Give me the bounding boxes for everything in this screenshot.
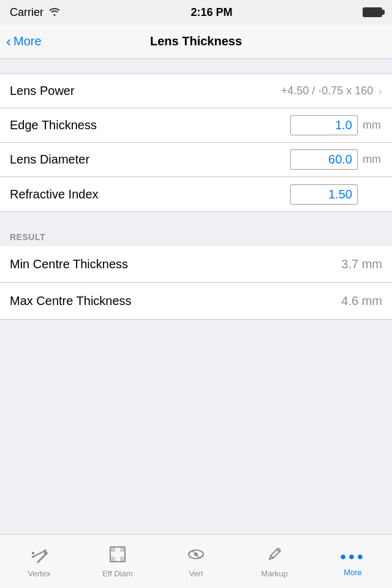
lens-power-value: +4.50 / -0.75 x 160 <box>281 85 374 97</box>
result-header-label: RESULT <box>10 232 45 242</box>
markup-icon <box>265 545 284 567</box>
svg-rect-10 <box>120 557 125 562</box>
tab-eff-diam[interactable]: Eff Diam <box>78 535 157 588</box>
lens-diameter-unit: mm <box>363 153 382 166</box>
tab-more[interactable]: ••• More <box>314 535 392 588</box>
nav-bar: ‹ More Lens Thickness <box>0 24 392 59</box>
status-bar: Carrier 2:16 PM <box>0 0 392 24</box>
lens-power-label: Lens Power <box>10 84 281 98</box>
wifi-icon <box>48 6 61 19</box>
time-label: 2:16 PM <box>190 6 232 18</box>
tab-markup[interactable]: Markup <box>235 535 314 588</box>
lens-diameter-row: Lens Diameter mm <box>0 143 392 177</box>
more-dots-icon: ••• <box>340 546 365 565</box>
eff-diam-icon <box>108 545 127 567</box>
edge-thickness-input[interactable] <box>290 115 358 135</box>
svg-rect-8 <box>120 547 125 552</box>
lens-power-row[interactable]: Lens Power +4.50 / -0.75 x 160 › <box>0 74 392 108</box>
svg-rect-7 <box>110 547 115 552</box>
svg-point-4 <box>32 556 34 558</box>
edge-thickness-unit: mm <box>363 119 382 132</box>
svg-rect-2 <box>44 552 47 554</box>
back-chevron-icon: ‹ <box>6 33 11 50</box>
refractive-index-row: Refractive Index <box>0 177 392 211</box>
vert-icon <box>186 545 206 567</box>
min-centre-thickness-row: Min Centre Thickness 3.7 mm <box>0 246 392 283</box>
result-header: RESULT <box>0 227 392 246</box>
lens-diameter-label: Lens Diameter <box>10 153 290 167</box>
inputs-section: Lens Power +4.50 / -0.75 x 160 › Edge Th… <box>0 74 392 212</box>
tab-bar: Vertex Eff Diam Vert <box>0 534 392 588</box>
max-centre-thickness-row: Max Centre Thickness 4.6 mm <box>0 283 392 320</box>
carrier-label: Carrier <box>10 6 43 19</box>
refractive-index-label: Refractive Index <box>10 187 290 202</box>
more-label: More <box>344 568 362 577</box>
result-section: RESULT Min Centre Thickness 3.7 mm Max C… <box>0 227 392 320</box>
back-button[interactable]: ‹ More <box>6 33 42 50</box>
vertex-label: Vertex <box>28 569 51 578</box>
tab-vertex[interactable]: Vertex <box>0 535 78 588</box>
max-centre-thickness-label: Max Centre Thickness <box>10 294 341 308</box>
top-spacer <box>0 59 392 74</box>
refractive-index-input[interactable] <box>290 184 358 205</box>
eff-diam-label: Eff Diam <box>102 569 133 578</box>
svg-point-5 <box>44 549 47 552</box>
markup-label: Markup <box>261 569 287 578</box>
edge-thickness-label: Edge Thickness <box>10 118 290 132</box>
svg-rect-1 <box>32 552 34 554</box>
edge-thickness-row: Edge Thickness mm <box>0 108 392 143</box>
chevron-right-icon: › <box>378 84 382 98</box>
battery-icon <box>363 7 382 17</box>
tab-vert[interactable]: Vert <box>157 535 235 588</box>
back-label: More <box>13 34 42 48</box>
min-centre-thickness-value: 3.7 mm <box>341 257 382 271</box>
max-centre-thickness-value: 4.6 mm <box>341 294 382 308</box>
vert-label: Vert <box>189 569 203 578</box>
svg-rect-9 <box>110 557 115 562</box>
min-centre-thickness-label: Min Centre Thickness <box>10 257 341 271</box>
vertex-icon <box>29 545 49 567</box>
page-title: Lens Thickness <box>150 34 242 48</box>
lens-diameter-input[interactable] <box>290 149 358 170</box>
